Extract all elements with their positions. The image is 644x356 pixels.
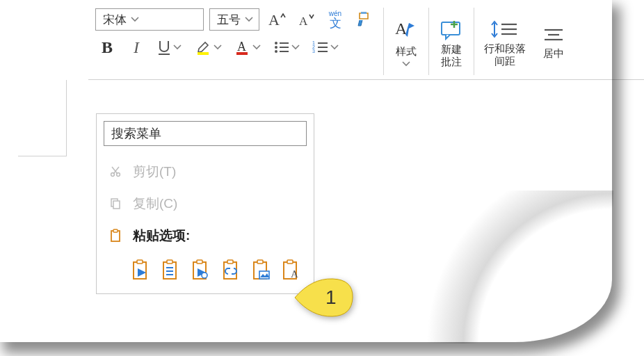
chevron-down-icon (245, 15, 253, 24)
svg-text:A: A (299, 15, 308, 28)
new-comment-button[interactable]: 新建 批注 (429, 3, 474, 79)
svg-rect-50 (257, 260, 263, 264)
svg-rect-48 (227, 260, 233, 264)
menu-search-placeholder: 搜索菜单 (111, 125, 161, 142)
styles-icon: A (394, 17, 419, 42)
svg-rect-36 (113, 229, 118, 232)
paste-merge-formatting-button[interactable] (160, 257, 182, 282)
svg-rect-4 (198, 52, 209, 55)
ribbon: 宋体 五号 A A wén 文 B I (88, 3, 644, 80)
scissors-icon (108, 164, 123, 179)
menu-copy-label: 复制(C) (133, 195, 177, 213)
paste-picture-button[interactable] (191, 257, 212, 282)
paste-merge-icon (161, 259, 182, 281)
ribbon-font-group: 宋体 五号 A A wén 文 B I (88, 3, 383, 79)
page-curl-decoration (405, 191, 613, 343)
svg-text:3: 3 (312, 49, 315, 54)
clipboard-icon (108, 228, 123, 243)
highlight-color-button[interactable] (193, 35, 226, 59)
menu-search-input[interactable]: 搜索菜单 (104, 121, 307, 146)
italic-icon: I (134, 38, 139, 57)
svg-rect-34 (113, 201, 120, 209)
menu-cut: 剪切(T) (97, 156, 314, 188)
svg-text:A: A (237, 40, 246, 54)
underline-icon (156, 39, 172, 56)
chevron-down-icon (402, 60, 410, 68)
svg-rect-53 (287, 260, 293, 264)
paste-picture-icon (191, 259, 211, 281)
svg-point-9 (275, 46, 277, 49)
align-center-label: 居中 (543, 47, 564, 59)
line-spacing-icon (490, 19, 520, 40)
chevron-down-icon (291, 43, 300, 51)
svg-rect-6 (236, 52, 248, 55)
svg-text:A: A (268, 11, 280, 29)
font-color-button[interactable]: A (232, 35, 265, 59)
numbering-icon: 123 (312, 40, 329, 54)
font-size-value: 五号 (217, 12, 241, 28)
numbering-button[interactable]: 123 (309, 35, 343, 59)
font-size-dropdown[interactable]: 五号 (209, 8, 259, 31)
svg-rect-40 (167, 260, 172, 264)
paste-as-image-button[interactable] (250, 257, 272, 282)
callout-number: 1 (325, 286, 337, 309)
chevron-down-icon (214, 43, 222, 51)
paste-link-icon (221, 259, 242, 281)
svg-point-46 (202, 273, 207, 278)
chevron-down-icon (330, 43, 339, 51)
shrink-font-button[interactable]: A (294, 8, 318, 31)
font-name-value: 宋体 (103, 12, 127, 28)
paste-link-button[interactable] (220, 257, 242, 282)
callout-marker: 1 (292, 277, 355, 318)
page-margin-guide (18, 80, 67, 156)
bullets-icon (273, 40, 290, 54)
svg-point-11 (275, 50, 277, 53)
paste-keep-source-icon (131, 259, 152, 281)
paste-options-row: A (97, 252, 314, 285)
menu-copy: 复制(C) (97, 188, 314, 220)
copy-icon (108, 196, 123, 211)
styles-button[interactable]: A 样式 (384, 3, 428, 79)
font-name-dropdown[interactable]: 宋体 (95, 8, 204, 31)
bullets-button[interactable] (271, 35, 304, 59)
paste-as-image-icon (251, 259, 272, 281)
new-comment-label: 新建 批注 (441, 43, 462, 67)
menu-paste-header: 粘贴选项: (97, 220, 314, 252)
bold-button[interactable]: B (95, 35, 119, 59)
phonetic-char: 文 (330, 17, 341, 29)
paste-keep-source-button[interactable] (130, 257, 152, 282)
format-painter-button[interactable] (353, 8, 376, 31)
svg-rect-45 (197, 260, 202, 264)
phonetic-guide-button[interactable]: wén 文 (323, 8, 347, 31)
phonetic-pinyin: wén (329, 10, 341, 17)
align-center-button[interactable]: 居中 (536, 3, 572, 79)
italic-button[interactable]: I (124, 35, 148, 59)
context-menu: 搜索菜单 剪切(T) 复制(C) 粘贴选项: A (96, 113, 314, 294)
svg-rect-38 (137, 260, 143, 264)
chevron-down-icon (131, 15, 139, 24)
chevron-down-icon (252, 43, 261, 51)
teardrop-icon (292, 277, 355, 318)
menu-cut-label: 剪切(T) (133, 163, 176, 181)
chevron-down-icon (173, 43, 182, 51)
underline-button[interactable] (154, 35, 187, 59)
line-spacing-label: 行和段落 间距 (484, 42, 526, 67)
menu-paste-label: 粘贴选项: (133, 227, 190, 245)
styles-label: 样式 (396, 45, 417, 57)
bold-icon: B (102, 38, 113, 57)
comment-icon (439, 18, 464, 40)
line-spacing-button[interactable]: 行和段落 间距 (474, 3, 536, 79)
highlight-icon (195, 39, 212, 56)
grow-font-button[interactable]: A (265, 8, 289, 31)
svg-point-7 (275, 42, 277, 44)
align-center-icon (543, 26, 564, 44)
svg-rect-2 (361, 12, 367, 14)
font-color-icon: A (234, 39, 251, 56)
